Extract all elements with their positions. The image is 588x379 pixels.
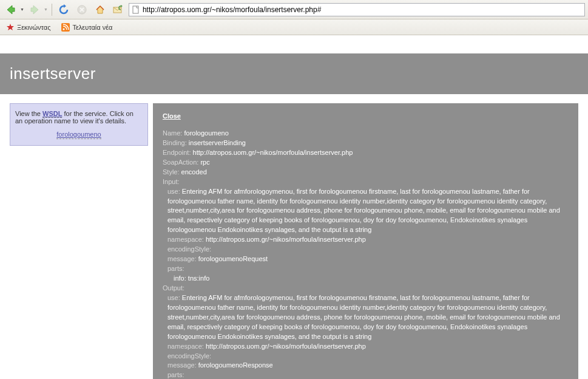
binding-label: Binding: xyxy=(163,139,187,146)
back-dropdown-icon[interactable]: ▼ xyxy=(20,7,24,12)
rss-icon xyxy=(61,23,70,32)
input-use-value: Entering AFM for afmforologoymenou, firs… xyxy=(167,188,560,234)
bookmark-latest-news[interactable]: Τελευταία νέα xyxy=(59,22,115,33)
home-button[interactable] xyxy=(92,2,108,17)
toolbar-separator xyxy=(52,4,52,16)
bookmark-getting-started[interactable]: Ξεκινώντας xyxy=(4,22,53,33)
forward-button[interactable] xyxy=(27,2,42,17)
input-message-label: message: xyxy=(167,255,197,262)
page-title: insertserver xyxy=(10,64,578,83)
svg-point-4 xyxy=(63,28,65,30)
name-value: forologoumeno xyxy=(184,129,228,137)
soapaction-label: SoapAction: xyxy=(163,159,198,166)
bookmark-label: Τελευταία νέα xyxy=(72,24,112,31)
output-use-value: Entering AFM for afmforologoymenou, firs… xyxy=(167,294,560,340)
reload-button[interactable] xyxy=(56,2,72,17)
input-use-label: use: xyxy=(167,188,180,195)
binding-value: insertserverBinding xyxy=(189,139,246,146)
output-namespace-value: http://atropos.uom.gr/~nikos/morfoula/in… xyxy=(206,343,366,350)
style-label: Style: xyxy=(163,168,180,176)
output-parts-label: parts: xyxy=(167,371,184,378)
input-namespace-value: http://atropos.uom.gr/~nikos/morfoula/in… xyxy=(206,236,366,243)
output-label: Output: xyxy=(163,284,184,292)
page-icon xyxy=(132,5,140,14)
svg-rect-2 xyxy=(133,6,138,13)
output-namespace-label: namespace: xyxy=(167,343,204,350)
browser-toolbar: ▼ ▼ xyxy=(0,0,588,19)
close-link[interactable]: Close xyxy=(163,112,181,121)
forward-dropdown-icon[interactable]: ▼ xyxy=(44,7,48,12)
address-bar[interactable] xyxy=(129,3,585,16)
input-namespace-label: namespace: xyxy=(167,236,204,243)
endpoint-label: Endpoint: xyxy=(163,149,191,156)
bookmark-label: Ξεκινώντας xyxy=(17,24,50,31)
name-label: Name: xyxy=(163,129,182,137)
bookmarks-bar: Ξεκινώντας Τελευταία νέα xyxy=(0,19,588,35)
back-button[interactable] xyxy=(3,2,19,17)
stop-button[interactable] xyxy=(74,2,90,17)
input-label: Input: xyxy=(163,178,180,185)
mail-button[interactable] xyxy=(110,2,126,17)
input-parts-label: parts: xyxy=(167,265,184,272)
operation-link-forologoumeno[interactable]: forologoumeno xyxy=(56,131,101,139)
output-message-label: message: xyxy=(167,361,197,369)
input-message-value: forologoumenoRequest xyxy=(198,255,268,262)
main-content: View the WSDL for the service. Click on … xyxy=(0,103,588,379)
operation-details-panel: Close Name: forologoumeno Binding: inser… xyxy=(153,103,578,379)
output-message-value: forologoumenoResponse xyxy=(198,361,273,369)
input-encodingstyle-label: encodingStyle: xyxy=(167,245,211,253)
service-info-panel: View the WSDL for the service. Click on … xyxy=(10,103,148,146)
soapaction-value: rpc xyxy=(200,159,209,166)
output-encodingstyle-label: encodingStyle: xyxy=(167,352,211,360)
style-value: encoded xyxy=(181,168,207,176)
side-text-pre: View the xyxy=(15,110,42,117)
page-header: insertserver xyxy=(0,53,588,94)
content-gap xyxy=(0,35,588,53)
output-use-label: use: xyxy=(167,294,180,301)
endpoint-value: http://atropos.uom.gr/~nikos/morfoula/in… xyxy=(193,149,353,156)
red-star-icon xyxy=(6,23,15,32)
input-part: info: tns:info xyxy=(174,275,209,282)
url-input[interactable] xyxy=(143,5,582,14)
